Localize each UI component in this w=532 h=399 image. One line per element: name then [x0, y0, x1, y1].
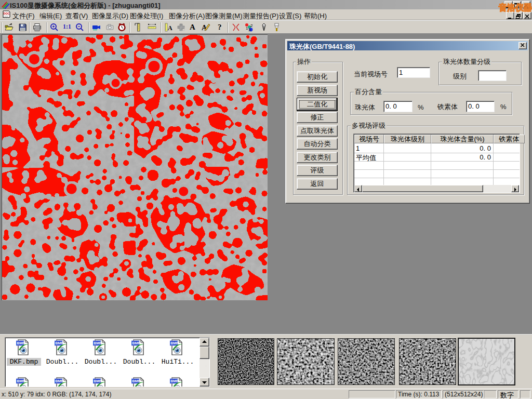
svg-text:2: 2: [250, 23, 253, 28]
svg-text:3: 3: [248, 28, 251, 32]
svg-text:A: A: [168, 24, 172, 32]
svg-text:DOC: DOC: [4, 12, 10, 15]
